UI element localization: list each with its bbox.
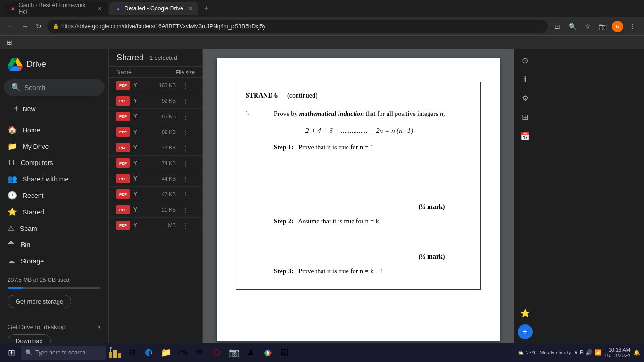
file-row[interactable]: PDF Y1... 44 KB ⋮ — [109, 171, 202, 187]
taskbar-chess[interactable]: ♟ — [243, 345, 258, 360]
taskbar-app-red[interactable]: ⬡ — [209, 345, 224, 360]
right-panel-icon-1[interactable]: ⊙ — [518, 53, 533, 68]
file-more[interactable]: ⋮ — [176, 160, 195, 167]
apps-icon[interactable]: ⊞ — [4, 37, 15, 48]
download-button[interactable]: Download — [8, 334, 51, 343]
sidebar-item-storage[interactable]: ☁ Storage — [0, 253, 101, 269]
file-more[interactable]: ⋮ — [176, 144, 195, 151]
sidebar-item-label: Starred — [23, 208, 44, 216]
taskbar-instagram[interactable]: 📷 — [226, 345, 241, 360]
file-more[interactable]: ⋮ — [176, 113, 195, 120]
screen-cast-icon[interactable]: ⊡ — [552, 21, 563, 32]
starred-icon: ⭐ — [8, 207, 17, 216]
taskbar-folder[interactable]: 📁 — [158, 345, 173, 360]
file-icon: PDF — [116, 221, 130, 230]
pdf-step2: Step 2: Assume that it is true for n = k — [274, 216, 445, 227]
taskbar-edge[interactable] — [141, 345, 157, 360]
wifi-icon[interactable]: 📶 — [594, 349, 602, 356]
col-size-header: File size — [176, 69, 195, 75]
get-more-storage-button[interactable]: Get more storage — [8, 295, 71, 308]
sidebar-item-my-drive[interactable]: 📁 My Drive — [0, 138, 101, 155]
file-row[interactable]: PDF Y1... 74 KB ⋮ — [109, 156, 202, 171]
file-size: 165 KB — [138, 82, 176, 88]
new-tab-button[interactable]: + — [200, 2, 213, 15]
taskbar-store[interactable]: 🛍 — [175, 345, 190, 360]
taskbar-search[interactable]: 🔍 Type here to search — [21, 346, 106, 360]
sidebar-item-bin[interactable]: 🗑 Bin — [0, 237, 101, 253]
start-button[interactable]: ⊞ — [4, 345, 19, 360]
file-row[interactable]: PDF Y1... 21 KB ⋮ — [109, 202, 202, 218]
right-panel-icon-3[interactable]: ⚙ — [518, 90, 533, 106]
right-panel-icon-4[interactable]: ⊞ — [518, 109, 533, 124]
file-row[interactable]: PDF Y1... 165 KB ⋮ — [109, 78, 202, 93]
sidebar-item-starred[interactable]: ⭐ Starred — [0, 204, 101, 220]
file-name: Y1... — [133, 82, 138, 89]
file-row[interactable]: PDF Y1... 47 KB ⋮ — [109, 187, 202, 202]
sidebar-item-label: Spam — [20, 225, 37, 232]
taskbar-right: ⛅ 27°C Mostly cloudy ∧ B 🔊 📶 10:13 AM 10… — [518, 347, 640, 358]
sidebar-item-computers[interactable]: 🖥 Computers — [0, 155, 101, 171]
bin-icon: 🗑 — [8, 240, 15, 249]
file-more[interactable]: ⋮ — [176, 98, 195, 105]
shared-header: Shared — [116, 53, 144, 63]
volume-icon[interactable]: 🔊 — [586, 349, 593, 356]
new-button[interactable]: + New — [6, 99, 103, 118]
taskbar-photos[interactable]: 🖼 — [277, 345, 292, 360]
tab-favicon-gauth: ✖ — [9, 5, 16, 12]
pdf-strand-title: STRAND 6 — [246, 92, 278, 99]
right-panel-icon-2[interactable]: ℹ — [518, 72, 533, 87]
file-more[interactable]: ⋮ — [176, 129, 195, 136]
search-toolbar-icon[interactable]: 🔍 — [567, 21, 578, 32]
file-row[interactable]: PDF Y1... 92 KB ⋮ — [109, 93, 202, 109]
back-button[interactable]: ← — [6, 21, 16, 32]
screenshot-icon[interactable]: 📷 — [597, 21, 608, 32]
file-row[interactable]: PDF Y1... 82 KB ⋮ — [109, 124, 202, 140]
plus-icon: + — [13, 103, 19, 114]
tab-close-gauth[interactable]: ✕ — [98, 6, 102, 12]
file-more[interactable]: ⋮ — [176, 222, 195, 229]
drive-logo-text: Drive — [26, 59, 46, 69]
url-box[interactable]: 🔒 https://drive.google.com/drive/folders… — [47, 20, 548, 33]
file-name: Y1... — [133, 206, 138, 213]
forward-button[interactable]: → — [20, 21, 30, 32]
browser-chrome: ✖ Gauth - Best AI Homework Hel ✕ ▲ Detai… — [0, 0, 644, 49]
file-row[interactable]: PDF Y1... 85 KB ⋮ — [109, 109, 202, 124]
sidebar-item-label: Computers — [21, 159, 53, 166]
bluetooth-icon[interactable]: B — [580, 349, 584, 356]
taskbar-mail[interactable]: ✉ — [192, 345, 207, 360]
sidebar-item-spam[interactable]: ⚠ Spam — [0, 220, 101, 237]
right-panel-icon-bottom[interactable]: ⭐ — [518, 305, 533, 321]
file-icon: PDF — [116, 205, 130, 214]
taskbar-chrome[interactable] — [260, 345, 275, 360]
tab-drive[interactable]: ▲ Detailed - Google Drive ✕ — [109, 2, 198, 15]
bookmarks-bar: ⊞ — [0, 36, 644, 49]
file-row[interactable]: PDF Y1... MB ⋮ — [109, 218, 202, 233]
file-more[interactable]: ⋮ — [176, 82, 195, 89]
right-panel-add-icon[interactable]: + — [518, 324, 533, 339]
sidebar-item-label: Bin — [21, 241, 30, 248]
menu-icon[interactable]: ⋮ — [627, 21, 638, 32]
star-icon[interactable]: ☆ — [582, 21, 593, 32]
file-row[interactable]: PDF Y1... 72 KB ⋮ — [109, 140, 202, 156]
sidebar-item-label: Shared with me — [23, 175, 68, 183]
drive-search[interactable]: 🔍 Search — [4, 79, 105, 96]
tab-gauth[interactable]: ✖ Gauth - Best AI Homework Hel ✕ — [4, 2, 107, 15]
profile-icon[interactable]: G — [612, 21, 623, 32]
banner-close-button[interactable]: × — [97, 323, 101, 330]
taskbar-task-view[interactable]: ⊟ — [124, 345, 140, 360]
right-panel-icon-5[interactable]: 📅 — [518, 128, 533, 143]
drive-logo-icon — [8, 57, 23, 72]
sidebar-item-home[interactable]: 🏠 Home — [0, 122, 101, 138]
file-size: 72 KB — [138, 145, 176, 150]
tab-bar: ✖ Gauth - Best AI Homework Hel ✕ ▲ Detai… — [0, 0, 644, 17]
file-more[interactable]: ⋮ — [176, 191, 195, 198]
refresh-button[interactable]: ↻ — [34, 21, 43, 32]
step2-label: Step 2: — [274, 218, 294, 225]
notification-icon[interactable]: 🔔 — [633, 349, 640, 356]
tab-close-drive[interactable]: ✕ — [188, 6, 192, 12]
sidebar-item-shared[interactable]: 👥 Shared with me — [0, 171, 101, 187]
chevron-up-icon[interactable]: ∧ — [574, 349, 578, 356]
file-more[interactable]: ⋮ — [176, 206, 195, 214]
file-more[interactable]: ⋮ — [176, 175, 195, 182]
sidebar-item-recent[interactable]: 🕐 Recent — [0, 187, 101, 204]
